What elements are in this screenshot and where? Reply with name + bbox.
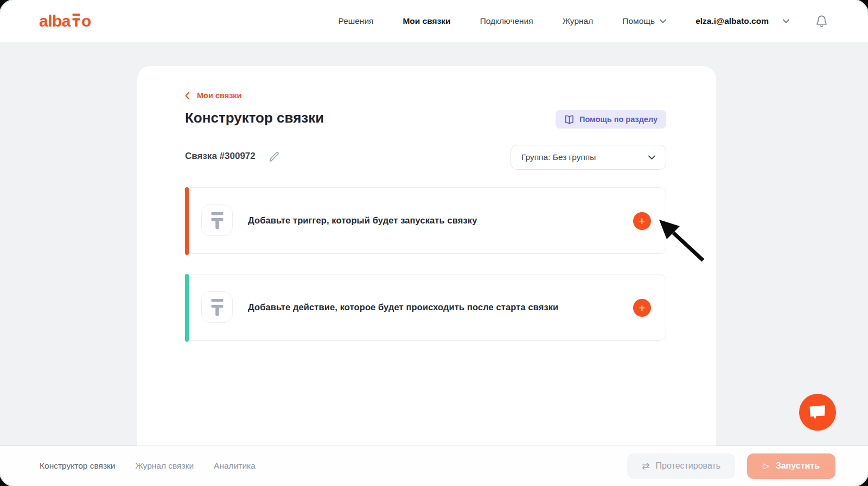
page-title: Конструктор связки	[185, 110, 324, 126]
nav-item-my-bundles[interactable]: Мои связки	[403, 16, 450, 26]
notifications-bell-button[interactable]	[815, 14, 828, 28]
section-help-button[interactable]: Помощь по разделу	[556, 110, 666, 129]
trigger-step-description: Добавьте триггер, который будет запускат…	[248, 188, 477, 253]
chevron-down-icon	[783, 19, 789, 23]
book-icon	[564, 115, 575, 124]
run-bundle-label: Запустить	[776, 461, 820, 471]
action-step-card: Добавьте действие, которое будет происхо…	[185, 274, 666, 341]
builder-panel: Мои связки Конструктор связки Помощь по …	[137, 66, 716, 446]
nav-item-solutions[interactable]: Решения	[338, 16, 373, 26]
nav-item-connections[interactable]: Подключения	[480, 16, 533, 26]
albato-logo[interactable]: alba o	[39, 13, 91, 29]
nav-item-journal[interactable]: Журнал	[563, 16, 593, 26]
group-dropdown[interactable]: Группа: Без группы	[510, 145, 666, 170]
footer-tab-journal[interactable]: Журнал связки	[135, 461, 194, 471]
account-menu[interactable]: elza.i@albato.com	[695, 16, 789, 26]
nav-item-help-label: Помощь	[622, 16, 655, 26]
edit-bundle-name-button[interactable]	[269, 151, 279, 162]
footer-tabs: Конструктор связки Журнал связки Аналити…	[40, 461, 256, 471]
albato-t-mark-icon	[72, 14, 81, 29]
back-link-label: Мои связки	[197, 91, 242, 100]
footer-actions: ⇄ Протестировать ▷ Запустить	[627, 453, 835, 479]
footer-tab-constructor[interactable]: Конструктор связки	[40, 461, 115, 471]
footer-tab-analytics[interactable]: Аналитика	[214, 461, 256, 471]
nav-item-help[interactable]: Помощь	[622, 16, 666, 26]
action-step-icon-box	[201, 291, 233, 323]
trigger-step-icon-box	[201, 204, 233, 236]
trigger-accent-bar	[185, 187, 189, 255]
logo-text-suffix: o	[81, 13, 91, 29]
chevron-down-icon	[660, 19, 666, 23]
test-bundle-label: Протестировать	[656, 461, 721, 471]
bundle-name: Связка #300972	[185, 151, 256, 162]
action-step-description: Добавьте действие, которое будет происхо…	[248, 274, 558, 340]
app-window: alba o Решения Мои связки Подключения Жу…	[0, 0, 868, 486]
add-trigger-button[interactable]: +	[633, 212, 651, 230]
builder-footer-bar: Конструктор связки Журнал связки Аналити…	[0, 446, 868, 486]
top-navigation-bar: alba o Решения Мои связки Подключения Жу…	[0, 0, 868, 42]
action-accent-bar	[185, 274, 189, 342]
albato-step-icon	[210, 299, 224, 316]
swap-arrows-icon: ⇄	[642, 461, 649, 472]
chevron-left-icon	[185, 92, 189, 99]
run-bundle-button[interactable]: ▷ Запустить	[747, 453, 835, 479]
chevron-down-icon	[648, 155, 655, 160]
group-dropdown-value: Группа: Без группы	[521, 152, 596, 162]
logo-text-prefix: alba	[39, 13, 71, 29]
chat-bubble-icon	[808, 404, 827, 420]
test-bundle-button[interactable]: ⇄ Протестировать	[627, 453, 735, 479]
add-action-button[interactable]: +	[633, 299, 651, 317]
play-icon: ▷	[763, 461, 769, 471]
chat-widget-button[interactable]	[799, 394, 836, 431]
section-help-label: Помощь по разделу	[579, 115, 658, 124]
albato-step-icon	[210, 212, 224, 229]
back-to-my-bundles-link[interactable]: Мои связки	[185, 91, 242, 100]
bundle-title-row: Связка #300972	[185, 151, 279, 162]
primary-nav: Решения Мои связки Подключения Журнал По…	[338, 16, 666, 26]
trigger-step-card: Добавьте триггер, который будет запускат…	[185, 187, 666, 254]
account-email: elza.i@albato.com	[695, 16, 769, 26]
